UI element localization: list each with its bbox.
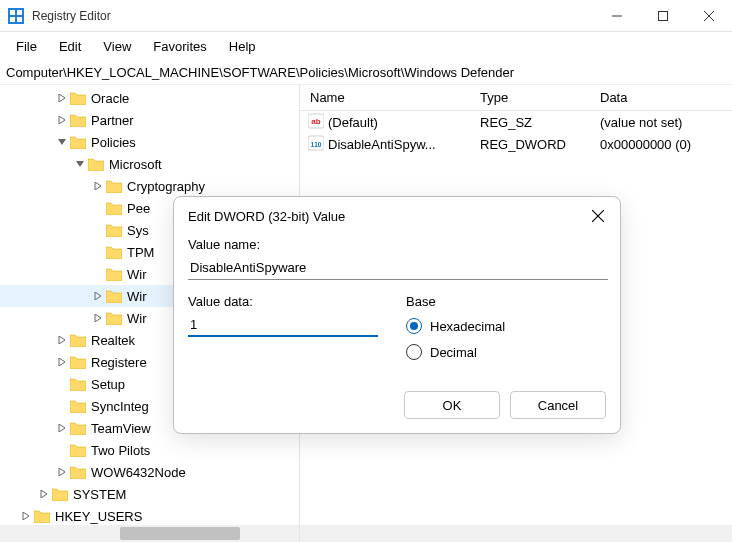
tree-node-label: SYSTEM <box>73 487 126 502</box>
chevron-right-icon[interactable] <box>90 291 106 302</box>
tree-node[interactable]: WOW6432Node <box>0 461 299 483</box>
base-label: Base <box>406 294 606 309</box>
col-name[interactable]: Name <box>300 90 470 105</box>
tree-node-label: Microsoft <box>109 157 162 172</box>
value-data-label: Value data: <box>188 294 388 309</box>
app-icon <box>8 8 24 24</box>
tree-node-label: Realtek <box>91 333 135 348</box>
radio-decimal[interactable]: Decimal <box>406 339 606 365</box>
chevron-right-icon[interactable] <box>54 93 70 104</box>
tree-node-label: Wir <box>127 267 147 282</box>
tree-node-label: TPM <box>127 245 154 260</box>
address-bar[interactable]: Computer\HKEY_LOCAL_MACHINE\SOFTWARE\Pol… <box>0 60 732 84</box>
tree-node[interactable]: HKEY_USERS <box>0 505 299 527</box>
radio-hexadecimal[interactable]: Hexadecimal <box>406 313 606 339</box>
tree-node-label: Sys <box>127 223 149 238</box>
svg-rect-4 <box>17 17 22 22</box>
col-data[interactable]: Data <box>590 90 732 105</box>
value-name: DisableAntiSpyw... <box>328 137 436 152</box>
radio-hex-label: Hexadecimal <box>430 319 505 334</box>
tree-node[interactable]: Partner <box>0 109 299 131</box>
col-type[interactable]: Type <box>470 90 590 105</box>
ok-button[interactable]: OK <box>404 391 500 419</box>
tree-node-label: Wir <box>127 311 147 326</box>
tree-node[interactable]: Two Pilots <box>0 439 299 461</box>
value-name-label: Value name: <box>188 237 606 252</box>
chevron-right-icon[interactable] <box>54 423 70 434</box>
list-horizontal-scrollbar[interactable] <box>300 525 732 542</box>
chevron-right-icon[interactable] <box>54 467 70 478</box>
radio-icon <box>406 318 422 334</box>
value-type: REG_SZ <box>470 115 590 130</box>
tree-horizontal-scrollbar[interactable] <box>0 525 299 542</box>
chevron-right-icon[interactable] <box>54 357 70 368</box>
chevron-right-icon[interactable] <box>90 181 106 192</box>
list-columns: Name Type Data <box>300 85 732 111</box>
value-name-field[interactable] <box>188 256 608 280</box>
value-type: REG_DWORD <box>470 137 590 152</box>
menu-help[interactable]: Help <box>219 36 266 57</box>
tree-node[interactable]: Oracle <box>0 87 299 109</box>
tree-node[interactable]: Microsoft <box>0 153 299 175</box>
tree-node-label: Registere <box>91 355 147 370</box>
tree-node[interactable]: SYSTEM <box>0 483 299 505</box>
close-button[interactable] <box>686 0 732 32</box>
minimize-button[interactable] <box>594 0 640 32</box>
maximize-button[interactable] <box>640 0 686 32</box>
value-name: (Default) <box>328 115 378 130</box>
tree-node-label: WOW6432Node <box>91 465 186 480</box>
tree-node-label: SyncInteg <box>91 399 149 414</box>
tree-node-label: Cryptography <box>127 179 205 194</box>
tree-node-label: Oracle <box>91 91 129 106</box>
tree-node-label: Pee <box>127 201 150 216</box>
chevron-right-icon[interactable] <box>36 489 52 500</box>
window-titlebar: Registry Editor <box>0 0 732 32</box>
value-row[interactable]: ab(Default)REG_SZ(value not set) <box>300 111 732 133</box>
chevron-right-icon[interactable] <box>54 335 70 346</box>
tree-node-label: TeamView <box>91 421 151 436</box>
tree-node-label: Policies <box>91 135 136 150</box>
dialog-close-button[interactable] <box>586 204 610 228</box>
menu-view[interactable]: View <box>93 36 141 57</box>
value-row[interactable]: 110DisableAntiSpyw...REG_DWORD0x00000000… <box>300 133 732 155</box>
value-data-field[interactable] <box>188 313 378 337</box>
value-type-icon: 110 <box>300 135 328 154</box>
svg-text:ab: ab <box>311 117 320 126</box>
menu-edit[interactable]: Edit <box>49 36 91 57</box>
tree-node[interactable]: Policies <box>0 131 299 153</box>
tree-node-label: Two Pilots <box>91 443 150 458</box>
cancel-button[interactable]: Cancel <box>510 391 606 419</box>
chevron-right-icon[interactable] <box>54 115 70 126</box>
chevron-down-icon[interactable] <box>72 159 88 170</box>
svg-rect-6 <box>659 11 668 20</box>
menu-file[interactable]: File <box>6 36 47 57</box>
svg-rect-1 <box>10 10 15 15</box>
value-data: 0x00000000 (0) <box>590 137 732 152</box>
tree-node-label: Wir <box>127 289 147 304</box>
tree-node[interactable]: Cryptography <box>0 175 299 197</box>
menu-favorites[interactable]: Favorites <box>143 36 216 57</box>
chevron-right-icon[interactable] <box>18 511 34 522</box>
value-data: (value not set) <box>590 115 732 130</box>
radio-dec-label: Decimal <box>430 345 477 360</box>
tree-node-label: Partner <box>91 113 134 128</box>
svg-rect-3 <box>10 17 15 22</box>
dialog-title: Edit DWORD (32-bit) Value <box>188 209 586 224</box>
edit-dword-dialog: Edit DWORD (32-bit) Value Value name: Va… <box>173 196 621 434</box>
chevron-right-icon[interactable] <box>90 313 106 324</box>
address-path: Computer\HKEY_LOCAL_MACHINE\SOFTWARE\Pol… <box>6 65 514 80</box>
tree-node-label: HKEY_USERS <box>55 509 142 524</box>
chevron-down-icon[interactable] <box>54 137 70 148</box>
tree-node-label: Setup <box>91 377 125 392</box>
value-type-icon: ab <box>300 113 328 132</box>
window-title: Registry Editor <box>32 9 594 23</box>
radio-icon <box>406 344 422 360</box>
svg-text:110: 110 <box>311 140 322 147</box>
svg-rect-2 <box>17 10 22 15</box>
menu-bar: File Edit View Favorites Help <box>0 32 732 60</box>
